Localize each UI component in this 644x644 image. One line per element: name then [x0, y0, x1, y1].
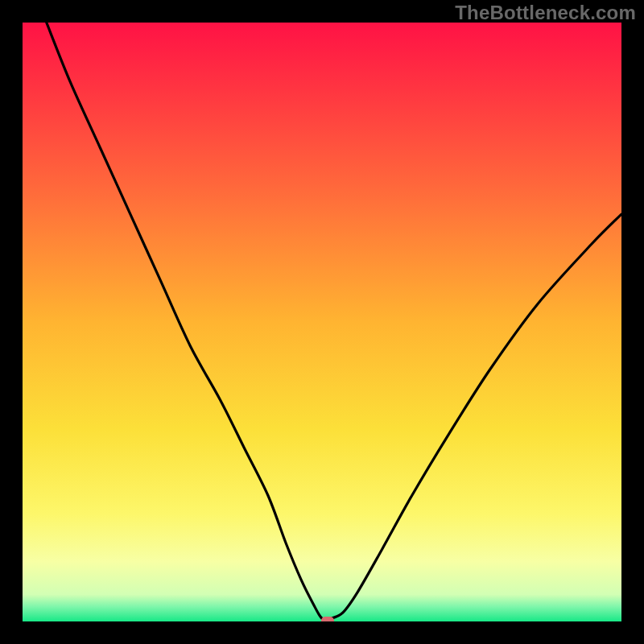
bottleneck-curve — [23, 23, 621, 621]
plot-area — [23, 23, 621, 621]
optimal-point-marker — [321, 617, 334, 622]
chart-frame: TheBottleneck.com — [0, 0, 644, 644]
watermark-text: TheBottleneck.com — [455, 2, 636, 24]
